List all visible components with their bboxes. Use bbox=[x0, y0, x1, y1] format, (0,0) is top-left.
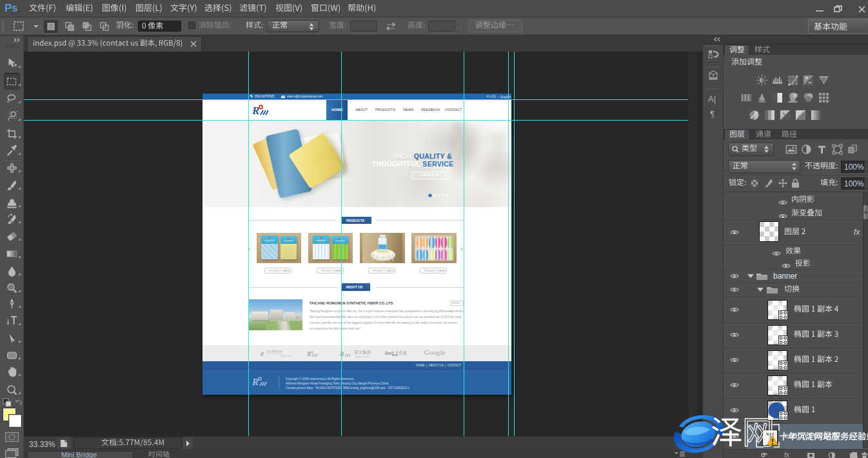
svg-text:fx: fx bbox=[784, 452, 790, 458]
svg-text:R: R bbox=[252, 105, 259, 116]
svg-text:R: R bbox=[252, 377, 259, 387]
svg-text:R: R bbox=[307, 350, 311, 357]
